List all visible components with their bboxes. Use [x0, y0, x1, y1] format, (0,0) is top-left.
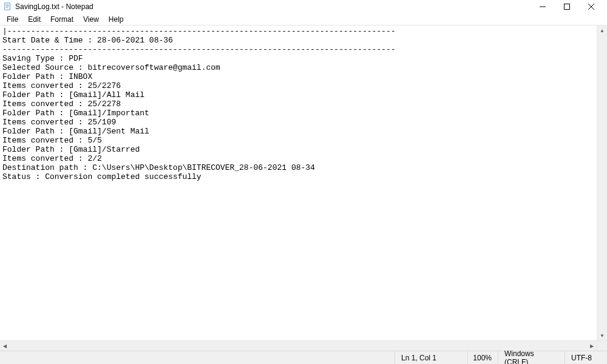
status-line-ending: Windows (CRLF) [498, 351, 565, 364]
status-encoding: UTF-8 [565, 351, 607, 364]
titlebar: SavingLog.txt - Notepad [0, 0, 607, 13]
scroll-right-arrow-icon[interactable]: ▶ [587, 341, 597, 351]
window-title: SavingLog.txt - Notepad [15, 2, 93, 11]
svg-rect-6 [565, 4, 570, 10]
close-button[interactable] [579, 0, 603, 13]
scroll-up-arrow-icon[interactable]: ▲ [597, 25, 607, 35]
maximize-button[interactable] [555, 0, 579, 13]
scroll-down-arrow-icon[interactable]: ▼ [597, 331, 607, 340]
menu-view[interactable]: View [79, 14, 103, 25]
notepad-icon [4, 2, 12, 11]
horizontal-scrollbar[interactable]: ◀ ▶ [0, 340, 607, 351]
menu-edit[interactable]: Edit [24, 14, 45, 25]
scroll-left-arrow-icon[interactable]: ◀ [0, 341, 10, 351]
menu-file[interactable]: File [2, 14, 22, 25]
scrollbar-corner [597, 341, 607, 351]
vertical-scrollbar[interactable]: ▲ ▼ [597, 25, 607, 340]
text-editor[interactable]: |---------------------------------------… [0, 25, 597, 340]
menu-format[interactable]: Format [46, 14, 78, 25]
status-cursor-position: Ln 1, Col 1 [395, 351, 467, 364]
content-frame: |---------------------------------------… [0, 25, 607, 340]
horizontal-scroll-track[interactable] [10, 341, 587, 351]
minimize-button[interactable] [531, 0, 555, 13]
status-spacer [0, 351, 395, 364]
svg-rect-0 [5, 3, 10, 10]
menubar: File Edit Format View Help [0, 13, 607, 25]
status-zoom: 100% [467, 351, 498, 364]
menu-help[interactable]: Help [104, 14, 128, 25]
statusbar: Ln 1, Col 1 100% Windows (CRLF) UTF-8 [0, 351, 607, 364]
